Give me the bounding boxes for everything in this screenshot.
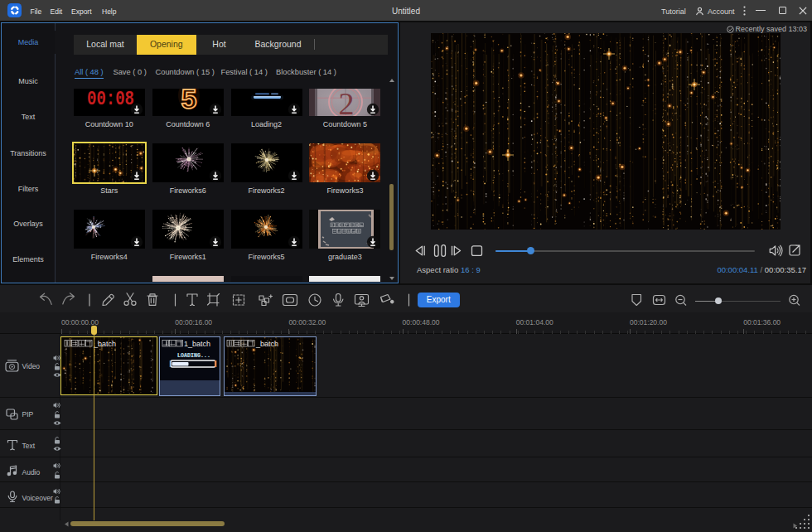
- svg-text:_batch: _batch: [255, 340, 278, 348]
- svg-text:_batch: _batch: [93, 340, 116, 348]
- svg-text:LOADING...: LOADING...: [176, 352, 210, 359]
- svg-text:1_batch: 1_batch: [184, 340, 210, 348]
